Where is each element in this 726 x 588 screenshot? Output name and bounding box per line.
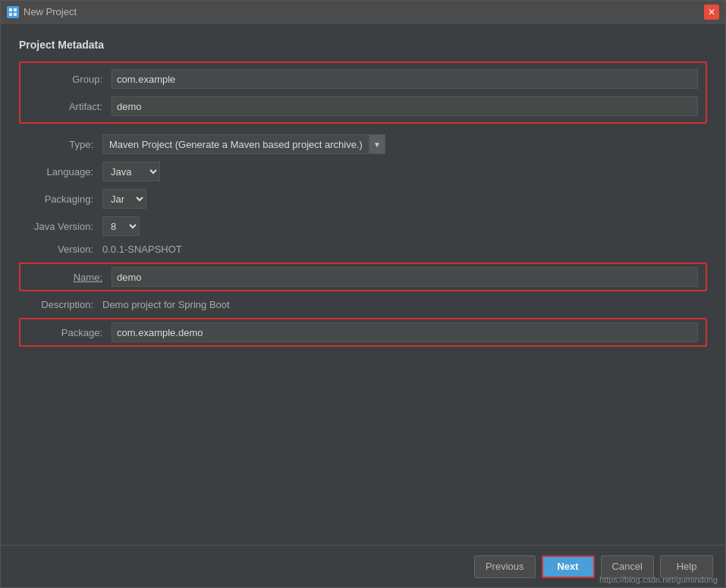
package-input[interactable] <box>112 322 698 342</box>
language-select[interactable]: Java Kotlin Groovy <box>102 162 160 181</box>
java-version-select[interactable]: 8 11 17 <box>102 216 140 236</box>
packaging-select[interactable]: Jar War <box>102 189 146 209</box>
packaging-row: Packaging: Jar War <box>19 189 707 209</box>
previous-button[interactable]: Previous <box>474 555 536 578</box>
name-group: Name: <box>19 263 707 291</box>
type-row: Type: Maven Project (Generate a Maven ba… <box>19 134 707 154</box>
group-row: Group: <box>28 69 698 89</box>
window-title: New Project <box>24 6 704 17</box>
new-project-window: New Project ✕ Project Metadata Group: Ar… <box>0 0 726 588</box>
group-label: Group: <box>28 74 112 85</box>
artifact-row: Artifact: <box>28 96 698 116</box>
main-content: Project Metadata Group: Artifact: Type: … <box>1 24 725 545</box>
window-icon <box>7 6 19 18</box>
java-version-label: Java Version: <box>19 221 102 232</box>
java-version-select-wrapper: 8 11 17 <box>102 216 140 236</box>
version-row: Version: 0.0.1-SNAPSHOT <box>19 244 707 255</box>
language-label: Language: <box>19 166 102 178</box>
packaging-label: Packaging: <box>19 193 102 205</box>
description-label: Description: <box>19 299 102 310</box>
footer-url: https://blog.csdn.net/gumindong <box>599 575 718 584</box>
artifact-input[interactable] <box>112 96 698 116</box>
type-dropdown-btn[interactable]: ▼ <box>369 134 385 154</box>
cancel-button[interactable]: Cancel <box>601 555 654 578</box>
type-label: Type: <box>19 139 102 150</box>
help-button[interactable]: Help <box>660 555 713 578</box>
footer: Previous Next Cancel Help https://blog.c… <box>1 545 725 587</box>
package-label: Package: <box>28 327 112 338</box>
version-label: Version: <box>19 244 102 255</box>
java-version-row: Java Version: 8 11 17 <box>19 216 707 236</box>
type-select-wrapper: Maven Project (Generate a Maven based pr… <box>102 134 385 154</box>
name-input[interactable] <box>112 267 698 287</box>
description-value: Demo project for Spring Boot <box>102 299 230 310</box>
svg-rect-0 <box>9 8 12 11</box>
group-input[interactable] <box>112 69 698 89</box>
description-row: Description: Demo project for Spring Boo… <box>19 299 707 310</box>
package-group: Package: <box>19 318 707 347</box>
language-select-wrapper: Java Kotlin Groovy <box>102 162 160 181</box>
close-button[interactable]: ✕ <box>704 5 719 20</box>
title-bar: New Project ✕ <box>1 1 725 24</box>
artifact-label: Artifact: <box>28 101 112 112</box>
svg-rect-1 <box>14 8 17 11</box>
packaging-select-wrapper: Jar War <box>102 189 146 209</box>
language-row: Language: Java Kotlin Groovy <box>19 162 707 181</box>
section-title: Project Metadata <box>19 39 707 51</box>
svg-rect-2 <box>9 13 12 16</box>
version-value: 0.0.1-SNAPSHOT <box>102 244 182 255</box>
type-value: Maven Project (Generate a Maven based pr… <box>102 134 369 154</box>
svg-rect-3 <box>14 13 17 16</box>
name-label: Name: <box>28 272 112 283</box>
next-button[interactable]: Next <box>542 555 595 578</box>
group-artifact-group: Group: Artifact: <box>19 61 707 124</box>
